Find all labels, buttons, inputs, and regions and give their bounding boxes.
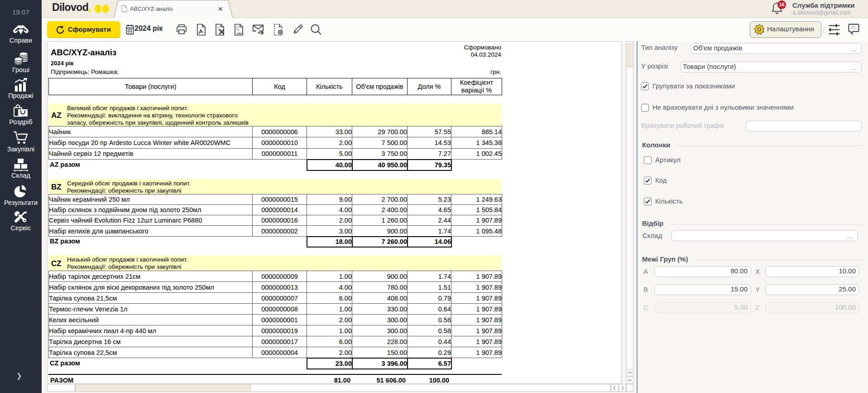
svg-text:csv: csv [237,32,242,35]
